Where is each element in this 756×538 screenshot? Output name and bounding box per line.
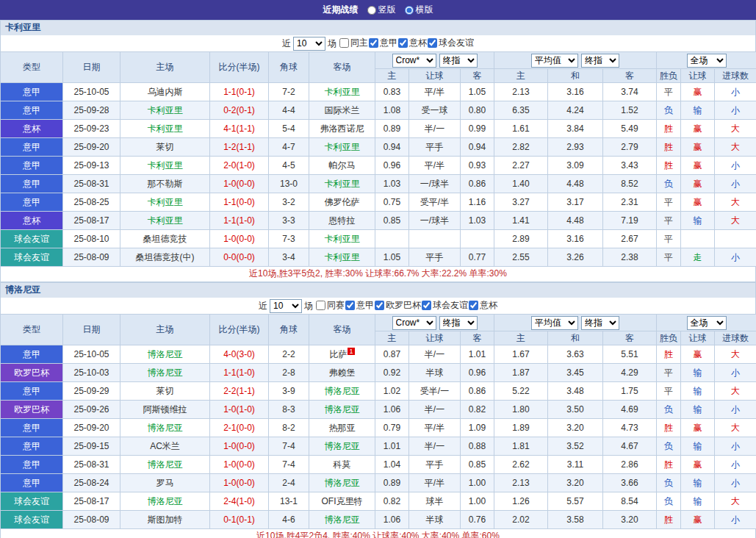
home-team: 博洛尼亚 [120, 364, 210, 382]
section-title-bar: 博洛尼亚 [0, 282, 756, 298]
filter-controls: 近 10 场 同赛意甲欧罗巴杯球会友谊意杯 [0, 298, 756, 314]
corner-score: 7-4 [269, 437, 309, 456]
bookmaker-select[interactable]: Crow* [392, 316, 436, 330]
corner-score: 8-2 [269, 419, 309, 437]
sub-header-avg-draw: 和 [548, 69, 603, 83]
vertical-layout-radio[interactable] [367, 6, 376, 15]
match-result: 平 [657, 382, 681, 401]
handicap-odds-away: 0.93 [461, 157, 494, 175]
avg-odds-away: 8.54 [603, 492, 657, 511]
filter-checkbox[interactable] [469, 301, 478, 310]
league-type-badge: 意甲 [1, 138, 63, 157]
match-score: 2-1(0-0) [210, 419, 269, 437]
avg-odds-home: 1.89 [494, 419, 548, 437]
col-header-corner: 角球 [269, 315, 309, 345]
filter-option[interactable]: 意甲 [368, 37, 397, 49]
avg-odds-home: 1.87 [494, 364, 548, 382]
scope-select[interactable]: 全场 [687, 316, 727, 330]
filter-checkbox[interactable] [375, 301, 384, 310]
games-count-select[interactable]: 10 [270, 299, 302, 313]
handicap-line [409, 230, 461, 248]
match-date: 25-08-31 [63, 175, 120, 193]
filter-checkbox[interactable] [422, 301, 431, 310]
filter-checkbox[interactable] [316, 301, 325, 310]
away-team: 比萨1 [309, 345, 375, 364]
filter-option[interactable]: 欧罗巴杯 [374, 299, 421, 312]
sub-header-handicap-result: 让球 [681, 331, 715, 345]
filter-option[interactable]: 同赛 [315, 299, 345, 312]
avg-odds-draw: 3.50 [548, 401, 603, 419]
filter-checkbox[interactable] [428, 38, 437, 48]
league-type-badge: 意甲 [1, 345, 63, 364]
filter-checkbox[interactable] [369, 38, 378, 48]
summary-stats: 近10场,胜4平2负4, 胜率:40% 让球率:40% 大率:40% 单率:60… [0, 529, 756, 538]
home-team: AC米兰 [120, 437, 210, 456]
col-header-date: 日期 [63, 52, 120, 83]
goals-result: 大 [715, 419, 756, 437]
final-odds-select[interactable]: 终指 [439, 316, 478, 330]
filter-option[interactable]: 意甲 [345, 299, 374, 312]
match-date: 25-09-29 [63, 382, 120, 401]
avg-odds-draw: 3.20 [548, 419, 603, 437]
team-name: 卡利亚里 [5, 22, 40, 32]
final-odds-select[interactable]: 终指 [439, 54, 478, 68]
match-date: 25-09-20 [63, 138, 120, 157]
corner-score: 2-2 [269, 345, 309, 364]
corner-score: 4-5 [269, 157, 309, 175]
games-count-select[interactable]: 10 [293, 37, 325, 51]
match-row: 意甲25-09-13卡利亚里2-0(1-0)4-5帕尔马0.96平/半0.932… [1, 157, 756, 175]
average-select[interactable]: 平均值 [531, 54, 578, 68]
match-row: 球会友谊25-08-09桑坦德竞技(中)0-0(0-0)3-4卡利亚里1.05平… [1, 248, 756, 267]
average-select[interactable]: 平均值 [531, 316, 578, 330]
scope-select[interactable]: 全场 [687, 54, 727, 68]
avg-odds-home: 3.27 [494, 193, 548, 212]
goals-result: 小 [715, 511, 756, 529]
match-date: 25-09-13 [63, 157, 120, 175]
filter-checkbox[interactable] [345, 301, 355, 310]
filter-option[interactable]: 意杯 [468, 299, 497, 312]
match-date: 25-08-17 [63, 492, 120, 511]
league-type-badge: 球会友谊 [1, 492, 63, 511]
league-type-badge: 球会友谊 [1, 248, 63, 267]
away-team: 卡利亚里 [309, 83, 375, 101]
handicap-line: 一/球半 [409, 175, 461, 193]
avg-odds-draw: 3.45 [548, 364, 603, 382]
handicap-odds-home: 0.92 [375, 364, 409, 382]
league-type-badge: 意甲 [1, 382, 63, 401]
away-team: 弗洛西诺尼 [309, 120, 375, 138]
handicap-odds-away: 1.00 [461, 492, 494, 511]
sub-header-avg-home: 主 [494, 331, 548, 345]
avg-odds-away: 3.43 [603, 157, 657, 175]
match-row: 意甲25-08-24罗马1-0(0-0)2-4博洛尼亚0.89平/半1.002.… [1, 474, 756, 492]
home-team: 桑坦德竞技(中) [120, 248, 210, 267]
handicap-odds-away [461, 230, 494, 248]
match-date: 25-08-09 [63, 511, 120, 529]
handicap-odds-away: 0.80 [461, 101, 494, 120]
handicap-odds-away: 1.01 [461, 345, 494, 364]
filter-checkbox-group: 同主意甲意杯球会友谊 [339, 37, 474, 50]
filter-option[interactable]: 意杯 [397, 37, 427, 49]
corner-score: 7-3 [269, 230, 309, 248]
avg-odds-home: 1.41 [494, 212, 548, 230]
goals-result: 小 [715, 474, 756, 492]
final-odds-select[interactable]: 终指 [581, 316, 619, 330]
bookmaker-select[interactable]: Crow* [392, 54, 436, 68]
filter-option[interactable]: 同主 [339, 37, 368, 49]
near-label: 近 [282, 37, 291, 50]
goals-result: 小 [715, 157, 756, 175]
horizontal-layout-radio[interactable] [405, 6, 414, 15]
filter-option[interactable]: 球会友谊 [421, 299, 468, 312]
matches-tbody: 意甲25-10-05乌迪内斯1-1(0-1)7-2卡利亚里0.83平/半1.05… [1, 83, 756, 267]
handicap-result: 赢 [681, 419, 715, 437]
handicap-result: 赢 [681, 193, 715, 212]
final-odds-select[interactable]: 终指 [581, 54, 619, 68]
avg-odds-draw: 3.17 [548, 193, 603, 212]
layout-option-vertical[interactable]: 竖版 [367, 4, 396, 16]
topbar: 近期战绩 竖版 横版 [0, 0, 756, 20]
filter-checkbox[interactable] [339, 38, 349, 48]
filter-checkbox[interactable] [398, 38, 408, 48]
corner-score: 13-0 [269, 175, 309, 193]
handicap-result: 输 [681, 382, 715, 401]
layout-option-horizontal[interactable]: 横版 [405, 4, 433, 16]
filter-option[interactable]: 球会友谊 [427, 37, 474, 49]
